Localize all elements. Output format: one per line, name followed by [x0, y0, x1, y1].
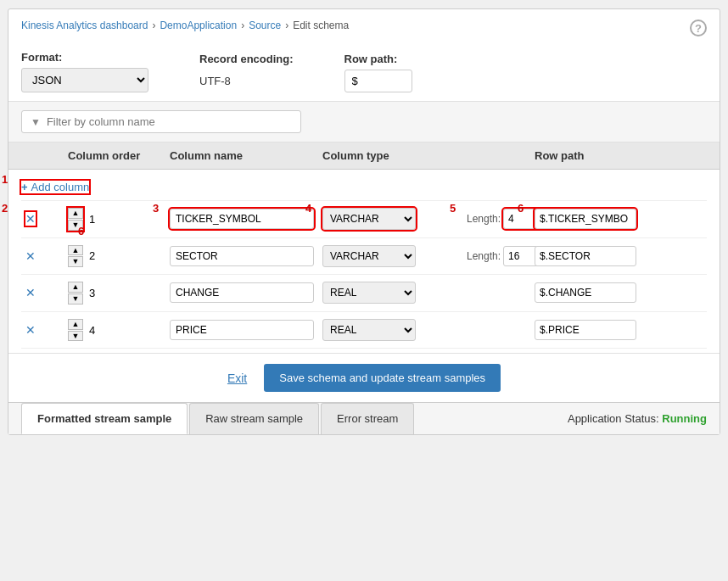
breadcrumb-kinesis[interactable]: Kinesis Analytics dashboard — [21, 20, 148, 31]
row4-delete-cell: ✕ — [21, 321, 64, 339]
row3-delete-button[interactable]: ✕ — [25, 286, 36, 299]
breadcrumb-source[interactable]: Source — [249, 20, 281, 31]
row4-name-input[interactable] — [170, 320, 314, 340]
tab-formatted-stream[interactable]: Formatted stream sample — [21, 403, 188, 434]
row3-type-cell: VARCHAR REAL INTEGER — [318, 279, 462, 306]
footer-buttons: Exit Save schema and update stream sampl… — [8, 353, 720, 402]
format-label: Format: — [21, 51, 148, 64]
add-column-row: + Add column — [21, 174, 707, 201]
row2-length-label: Length: — [467, 250, 501, 262]
rowpath-input[interactable] — [344, 70, 412, 92]
row2-delete-cell: ✕ — [21, 247, 64, 265]
row2-up-button[interactable]: ▲ — [68, 245, 83, 256]
filter-input-wrap: ▼ — [21, 110, 301, 133]
col-header-rowpath: Row path — [530, 142, 675, 169]
row4-name-cell — [165, 317, 318, 343]
annotation-4: 4 — [305, 202, 311, 215]
filter-input[interactable] — [47, 115, 292, 128]
rowpath-group: Row path: — [344, 53, 412, 92]
row2-length-cell: Length: — [462, 243, 530, 269]
row2-down-button[interactable]: ▼ — [68, 256, 83, 267]
table-row: ✕ ▲ ▼ 3 VARCHAR REAL INTEGER — [21, 275, 707, 312]
filter-section: ▼ — [8, 102, 720, 142]
table-row: ✕ ▲ ▼ 4 VARCHAR REAL INTEGER — [21, 312, 707, 349]
row3-name-input[interactable] — [170, 282, 314, 303]
schema-section: ▼ Column order Column name Column type R… — [8, 102, 720, 353]
help-icon[interactable]: ? — [690, 20, 707, 36]
row2-type-select[interactable]: VARCHAR REAL INTEGER — [322, 245, 416, 267]
form-section: Format: JSON CSV W3C Extended Log Record… — [8, 38, 720, 102]
row1-type-cell: VARCHAR REAL INTEGER BOOLEAN — [318, 205, 462, 232]
format-group: Format: JSON CSV W3C Extended Log — [21, 51, 148, 92]
tab-error-stream[interactable]: Error stream — [321, 403, 414, 434]
row3-type-select[interactable]: VARCHAR REAL INTEGER — [322, 282, 416, 304]
row2-name-cell — [165, 243, 318, 269]
col-header-order: Column order — [64, 142, 165, 169]
row1-up-button[interactable]: ▲ — [68, 208, 83, 219]
row3-delete-cell: ✕ — [21, 283, 64, 302]
row2-order-num: 2 — [89, 249, 95, 262]
app-status-value: Running — [662, 412, 707, 425]
col-header-name: Column name — [165, 142, 318, 169]
save-button[interactable]: Save schema and update stream samples — [264, 364, 501, 392]
rowpath-label: Row path: — [344, 53, 412, 65]
row3-length-cell — [462, 290, 530, 295]
row4-type-cell: VARCHAR REAL INTEGER — [318, 316, 462, 344]
row4-type-select[interactable]: VARCHAR REAL INTEGER — [322, 319, 416, 341]
row3-down-button[interactable]: ▼ — [68, 293, 83, 304]
row4-delete-button[interactable]: ✕ — [25, 323, 36, 337]
app-status-label: Application Status: — [568, 412, 659, 425]
annotation-6: 6 — [518, 202, 524, 215]
row4-up-button[interactable]: ▲ — [68, 319, 83, 330]
breadcrumb-edit-schema: Edit schema — [293, 20, 349, 31]
row1-delete-button[interactable]: ✕ — [25, 212, 36, 226]
row4-order-num: 4 — [89, 324, 95, 337]
row3-order-cell: ▲ ▼ 3 — [64, 279, 165, 307]
row1-type-select[interactable]: VARCHAR REAL INTEGER BOOLEAN — [322, 208, 416, 230]
row1-delete-cell: ✕ — [21, 209, 64, 228]
annotation-1: 1 — [2, 173, 8, 186]
annotation-6b: 6 — [78, 225, 84, 237]
row4-order-controls: ▲ ▼ — [68, 319, 83, 342]
row2-order-controls: ▲ ▼ — [68, 245, 83, 268]
row3-rowpath-input[interactable] — [535, 282, 636, 303]
annotation-3: 3 — [153, 202, 159, 215]
row1-name-input[interactable] — [170, 209, 314, 229]
add-column-button[interactable]: + Add column — [21, 181, 89, 193]
row2-name-input[interactable] — [170, 246, 314, 266]
row3-order-controls: ▲ ▼ — [68, 282, 83, 304]
row1-length-label: Length: — [467, 213, 501, 225]
table-row: ✕ ▲ ▼ 1 VARCHAR REAL INTEGER — [21, 201, 707, 238]
add-column-label: Add column — [31, 181, 90, 193]
breadcrumb-demo[interactable]: DemoApplication — [160, 20, 237, 31]
encoding-group: Record encoding: UTF-8 — [199, 53, 294, 92]
annotation-5: 5 — [450, 202, 456, 215]
filter-icon: ▼ — [31, 116, 41, 128]
format-select[interactable]: JSON CSV W3C Extended Log — [21, 68, 148, 92]
app-status: Application Status: Running — [568, 412, 707, 425]
row3-up-button[interactable]: ▲ — [68, 282, 83, 293]
row2-rowpath-cell — [530, 243, 675, 269]
row3-name-cell — [165, 280, 318, 305]
row2-rowpath-input[interactable] — [535, 246, 636, 266]
row4-rowpath-cell — [530, 317, 675, 343]
row2-delete-button[interactable]: ✕ — [25, 249, 36, 263]
row4-length-cell — [462, 327, 530, 332]
row4-order-cell: ▲ ▼ 4 — [64, 316, 165, 344]
tab-raw-stream[interactable]: Raw stream sample — [189, 403, 319, 434]
exit-button[interactable]: Exit — [227, 372, 247, 385]
row1-rowpath-input[interactable] — [535, 209, 636, 229]
table-row: ✕ ▲ ▼ 2 VARCHAR REAL INTEGER — [21, 238, 707, 276]
col-header-length — [462, 142, 530, 169]
row4-rowpath-input[interactable] — [535, 320, 636, 340]
row1-order-num: 1 — [89, 213, 95, 226]
breadcrumb: Kinesis Analytics dashboard › DemoApplic… — [8, 9, 720, 38]
plus-icon: + — [21, 181, 28, 193]
tabs-left: Formatted stream sample Raw stream sampl… — [21, 403, 416, 434]
row4-down-button[interactable]: ▼ — [68, 331, 83, 342]
tabs-section: Formatted stream sample Raw stream sampl… — [8, 402, 720, 434]
row3-order-num: 3 — [89, 287, 95, 299]
row1-name-cell — [165, 206, 318, 232]
annotation-2: 2 — [2, 202, 8, 215]
row2-type-cell: VARCHAR REAL INTEGER — [318, 243, 462, 270]
